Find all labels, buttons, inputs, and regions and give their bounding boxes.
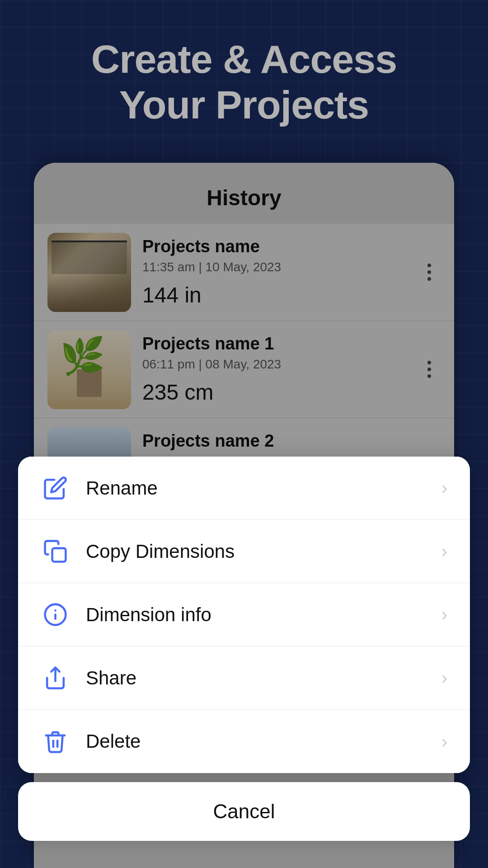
cancel-button[interactable]: Cancel [18, 782, 470, 841]
edit-icon [41, 473, 70, 503]
share-chevron: › [441, 668, 447, 688]
share-icon [41, 663, 70, 693]
rename-chevron: › [441, 478, 447, 498]
copy-icon [41, 537, 70, 566]
delete-label: Delete [86, 731, 441, 752]
bottom-sheet-menu: Rename › Copy Dimensions › [18, 457, 470, 773]
delete-chevron: › [441, 731, 447, 752]
info-icon [41, 600, 70, 629]
cancel-label: Cancel [213, 800, 275, 823]
trash-icon [41, 727, 70, 756]
menu-item-rename[interactable]: Rename › [18, 457, 470, 520]
copy-dimensions-chevron: › [441, 541, 447, 561]
svg-rect-0 [52, 548, 66, 562]
dimension-info-chevron: › [441, 604, 447, 625]
dimension-info-label: Dimension info [86, 604, 441, 626]
rename-label: Rename [86, 477, 441, 499]
menu-item-delete[interactable]: Delete › [18, 710, 470, 773]
menu-item-share[interactable]: Share › [18, 646, 470, 710]
menu-item-dimension-info[interactable]: Dimension info › [18, 583, 470, 646]
copy-dimensions-label: Copy Dimensions [86, 541, 441, 562]
share-label: Share [86, 667, 441, 689]
bottom-sheet: Rename › Copy Dimensions › [0, 457, 488, 868]
menu-item-copy-dimensions[interactable]: Copy Dimensions › [18, 520, 470, 583]
